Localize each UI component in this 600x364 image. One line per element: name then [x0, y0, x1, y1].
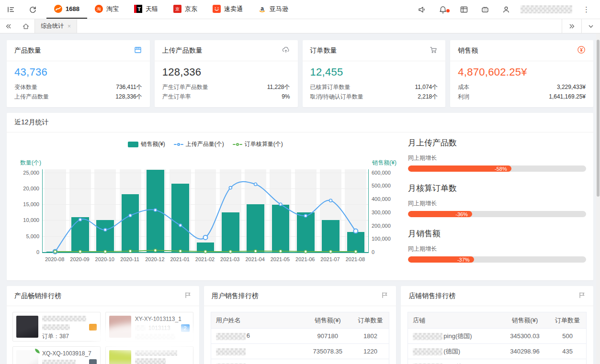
name-cell: ping(德国) — [408, 329, 501, 344]
stat-sub-value: 3,229,433¥ — [557, 82, 586, 92]
sales-cell: 907180 — [304, 329, 352, 344]
product-card[interactable]: 订单：387 — [12, 312, 101, 342]
product-image-phone-case — [109, 316, 131, 338]
tab-summary-stats[interactable]: 综合统计 × — [34, 19, 77, 33]
stat-card-header: 订单数量 — [303, 40, 446, 61]
user-rank-table: 用户姓名销售额(¥)订单数量69071801802735078.35122055… — [211, 312, 390, 364]
table-head: 店铺销售额(¥)订单数量 — [408, 312, 587, 329]
scroll-tabs-right-icon[interactable] — [562, 19, 581, 33]
scrollbar-thumb[interactable] — [597, 40, 600, 197]
tabbar-right-actions — [562, 19, 600, 33]
redacted-name — [216, 348, 246, 355]
stat-card: 上传产品数量128,336产生订单产品数量11,228个产生订单率9% — [155, 40, 298, 107]
product-card[interactable] — [105, 346, 193, 364]
table-row: 735078.351220 — [211, 344, 389, 359]
tab-close-icon[interactable]: × — [68, 23, 71, 30]
stat-card-value: 128,336 — [162, 66, 290, 78]
home-icon[interactable] — [17, 19, 34, 33]
orders-cell: 1220 — [352, 344, 389, 359]
orders-cell: 266 — [549, 359, 586, 364]
announcement-icon[interactable] — [411, 5, 432, 14]
platform-tab-天猫[interactable]: T天猫 — [126, 0, 166, 19]
platform-icon-天猫: T — [134, 5, 142, 13]
growth-title: 月上传产品数 — [408, 137, 586, 148]
shop-rank-title: 店铺销售排行榜 — [408, 292, 455, 300]
legend-item[interactable]: 销售额(¥) — [128, 140, 165, 148]
flag-icon — [381, 291, 388, 300]
platform-tab-速卖通[interactable]: 速卖通 — [205, 0, 250, 19]
platform-tab-亚马逊[interactable]: a亚马逊 — [250, 0, 296, 19]
y-axis-tick-left: 20,000 — [14, 186, 39, 191]
svg-text:a: a — [260, 5, 264, 12]
page-tabbar: 综合统计 × — [0, 19, 600, 33]
name-cell: WU(德国) — [408, 359, 501, 364]
stat-sub-row: 已核算订单数量11,074个 — [310, 82, 438, 92]
stat-card: 订单数量12,455已核算订单数量11,074个取消/待确认订单数量2,218个 — [303, 40, 446, 107]
platform-tab-1688[interactable]: 1688 — [46, 0, 87, 19]
growth-progress-track: -37% — [408, 256, 586, 263]
stat-card-title: 产品数量 — [14, 46, 41, 55]
legend-item[interactable]: 上传产品量(个) — [174, 140, 224, 148]
rank-badge-icon — [89, 324, 97, 331]
collapse-menu-icon[interactable] — [0, 0, 22, 19]
table-row: 69071801802 — [211, 329, 389, 344]
platform-tab-淘宝[interactable]: 淘淘宝 — [87, 0, 126, 19]
shop-rank-header: 店铺销售排行榜 — [401, 286, 593, 306]
product-sku: XY-XY-1013113_1 — [135, 316, 190, 322]
stat-sub-row: 产生订单产品数量11,228个 — [162, 82, 290, 92]
legend-line-marker — [233, 143, 242, 146]
column-header: 店铺 — [408, 312, 501, 329]
orders-cell: 435 — [549, 344, 586, 359]
cart-icon — [429, 45, 438, 55]
count-badge: 2 — [181, 324, 190, 332]
platform-icon-亚马逊: a — [258, 5, 266, 13]
redacted-text — [135, 350, 177, 356]
account-icon[interactable] — [496, 5, 517, 14]
monthly-stats-title: 近12月统计 — [14, 118, 49, 127]
stat-sub-label: 利润 — [458, 92, 469, 101]
product-card[interactable]: XQ-XQ-1003918_7 — [12, 346, 101, 364]
stat-card-value: 4,870,602.25¥ — [458, 66, 586, 78]
platform-icon-淘宝: 淘 — [95, 5, 103, 13]
stat-card: 产品数量43,736变体数量736,411个上传产品数量128,336个 — [7, 40, 150, 107]
growth-label: 同上期增长 — [408, 199, 586, 208]
product-cards-grid: 订单：387 XY-XY-1013113_1 10131132 XQ-XQ-10… — [7, 306, 199, 364]
platform-tab-京东[interactable]: 京京东 — [166, 0, 205, 19]
table-row: WU(德国)209001.85266 — [408, 359, 587, 364]
y-axis-tick-right: 0 — [372, 249, 396, 255]
stat-sub-label: 上传产品数量 — [14, 92, 49, 101]
growth-stats-panel: 月上传产品数同上期增长-58%月核算订单数同上期增长-36%月销售额同上期增长-… — [396, 136, 586, 274]
scroll-tabs-left-icon[interactable] — [0, 19, 17, 33]
product-card[interactable]: XY-XY-1013113_1 10131132 — [105, 312, 193, 342]
customer-service-icon[interactable] — [475, 5, 496, 14]
order-count: 订单：387 — [42, 333, 97, 340]
stat-sub-value: 11,074个 — [415, 82, 438, 92]
platform-tab-label: 京东 — [185, 5, 197, 13]
name-suffix: ping(德国) — [443, 332, 472, 340]
product-rank-panel: 产品畅销排行榜 订单：387 XY-XY-1013 — [7, 286, 199, 364]
redacted-text — [42, 316, 86, 321]
growth-progress-fill: -58% — [408, 165, 511, 172]
user-rank-header: 用户销售排行榜 — [204, 286, 396, 306]
growth-progress-fill: -36% — [408, 211, 472, 217]
stat-card-body: 128,336产生订单产品数量11,228个产生订单率9% — [155, 61, 298, 107]
more-menu-icon[interactable]: ⋮ — [576, 5, 595, 14]
platform-tab-label: 天猫 — [146, 5, 158, 13]
apps-grid-icon[interactable] — [453, 5, 475, 14]
stat-card-title: 订单数量 — [310, 46, 337, 55]
y-axis-tick-right: 200,000 — [372, 223, 396, 229]
ranking-panels-row: 产品畅销排行榜 订单：387 XY-XY-1013 — [7, 286, 593, 364]
refresh-icon[interactable] — [22, 0, 44, 19]
y-axis-tick-left: 0 — [14, 249, 39, 255]
cloud-upload-icon — [282, 45, 290, 55]
y-axis-tick-right: 300,000 — [372, 210, 396, 215]
table-body: 69071801802735078.35122055603264.1311296… — [211, 329, 389, 364]
tab-label: 综合统计 — [41, 22, 64, 30]
legend-item[interactable]: 订单核算量(个) — [233, 140, 283, 148]
stat-sub-row: 成本3,229,433¥ — [458, 82, 586, 92]
notifications-bell-icon[interactable] — [432, 5, 453, 14]
monthly-stats-header: 近12月统计 — [7, 113, 593, 132]
box-icon — [134, 45, 142, 55]
tab-options-chevron-icon[interactable] — [581, 19, 600, 33]
stat-card-value: 43,736 — [14, 66, 142, 78]
